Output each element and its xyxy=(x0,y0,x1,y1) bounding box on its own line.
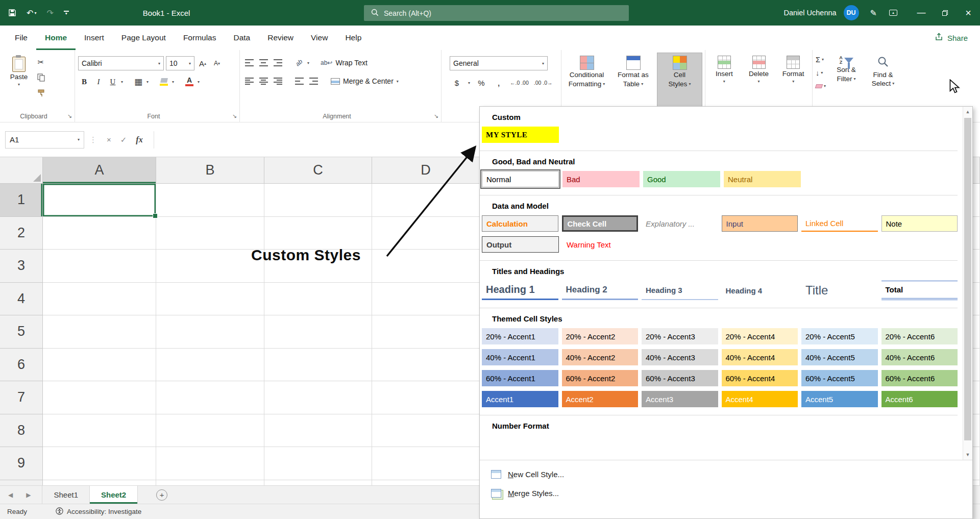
style-my-style[interactable]: MY STYLE xyxy=(482,127,559,143)
save-icon[interactable] xyxy=(8,9,16,17)
new-sheet-button[interactable]: + xyxy=(156,489,167,501)
minimize-button[interactable]: — xyxy=(910,0,933,26)
cell-a7[interactable] xyxy=(43,381,156,414)
style-60-accent5[interactable]: 60% - Accent5 xyxy=(801,370,878,386)
avatar[interactable]: DU xyxy=(844,5,859,20)
cell-a9[interactable] xyxy=(43,447,156,480)
tab-page-layout[interactable]: Page Layout xyxy=(113,26,175,50)
cell-c6[interactable] xyxy=(264,349,372,382)
middle-align-icon[interactable] xyxy=(257,57,270,69)
style-40-accent5[interactable]: 40% - Accent5 xyxy=(801,349,878,365)
undo-button[interactable]: ↶▾ xyxy=(27,8,36,18)
font-size-select[interactable]: 10▾ xyxy=(166,56,194,70)
clear-button[interactable]: ▾ xyxy=(816,81,826,91)
tab-help[interactable]: Help xyxy=(336,26,370,50)
style-20-accent2[interactable]: 20% - Accent2 xyxy=(562,328,639,344)
cell-a1[interactable] xyxy=(43,184,156,217)
conditional-formatting-button[interactable]: Conditional Formatting▾ xyxy=(565,53,609,110)
sheet-tab-sheet2[interactable]: Sheet2 xyxy=(90,486,138,504)
style-60-accent1[interactable]: 60% - Accent1 xyxy=(482,370,558,386)
style-note[interactable]: Note xyxy=(881,215,958,232)
cancel-entry-icon[interactable]: × xyxy=(107,135,111,144)
row-header-7[interactable]: 7 xyxy=(0,381,43,414)
style-heading-2[interactable]: Heading 2 xyxy=(562,281,639,300)
customize-quick-access-icon[interactable]: ▾ xyxy=(64,11,69,15)
style-heading-1[interactable]: Heading 1 xyxy=(482,281,558,300)
wrap-text-button[interactable]: ab↩ Wrap Text xyxy=(318,56,370,69)
cell-dx[interactable] xyxy=(372,480,480,486)
cell-c7[interactable] xyxy=(264,381,372,414)
delete-cells-button[interactable]: Delete ▾ xyxy=(743,53,775,110)
insert-cells-button[interactable]: Insert ▾ xyxy=(708,53,740,110)
increase-indent-icon[interactable] xyxy=(307,75,320,87)
cell-c8[interactable] xyxy=(264,414,372,448)
row-header-1[interactable]: 1 xyxy=(0,184,43,217)
style-title[interactable]: Title xyxy=(801,281,878,300)
cell-c5[interactable] xyxy=(264,315,372,349)
row-header-8[interactable]: 8 xyxy=(0,414,43,448)
cell-d4[interactable] xyxy=(372,283,480,316)
cell-d9[interactable] xyxy=(372,447,480,480)
fill-color-dropdown-icon[interactable]: ▾ xyxy=(172,80,174,84)
scroll-down-icon[interactable]: ▼ xyxy=(963,450,972,460)
style-40-accent4[interactable]: 40% - Accent4 xyxy=(722,349,798,365)
increase-font-size-button[interactable]: A▴ xyxy=(197,57,209,69)
align-left-icon[interactable] xyxy=(243,75,255,87)
format-as-table-button[interactable]: Format as Table▾ xyxy=(611,53,655,110)
tab-home[interactable]: Home xyxy=(36,26,76,50)
cell-b4[interactable] xyxy=(156,283,264,316)
style-40-accent3[interactable]: 40% - Accent3 xyxy=(642,349,718,365)
style-warning-text[interactable]: Warning Text xyxy=(562,236,640,253)
format-painter-button[interactable] xyxy=(35,87,47,99)
cell-a4[interactable] xyxy=(43,283,156,316)
cell-d7[interactable] xyxy=(372,381,480,414)
style-60-accent3[interactable]: 60% - Accent3 xyxy=(642,370,718,386)
formula-bar-splitter[interactable]: ⋮ xyxy=(89,135,97,144)
style-good[interactable]: Good xyxy=(643,171,720,187)
italic-button[interactable]: I xyxy=(92,76,105,88)
cell-b1[interactable] xyxy=(156,184,264,217)
style-accent1[interactable]: Accent1 xyxy=(482,391,558,407)
cell-b5[interactable] xyxy=(156,315,264,349)
cell-d5[interactable] xyxy=(372,315,480,349)
style-accent2[interactable]: Accent2 xyxy=(562,391,639,407)
cell-c9[interactable] xyxy=(264,447,372,480)
style-heading-3[interactable]: Heading 3 xyxy=(642,281,718,300)
top-align-icon[interactable] xyxy=(243,57,255,69)
cell-a2[interactable] xyxy=(43,217,156,250)
row-header-3[interactable]: 3 xyxy=(0,250,43,283)
decrease-indent-icon[interactable] xyxy=(293,75,305,87)
cell-b9[interactable] xyxy=(156,447,264,480)
cell-d1[interactable] xyxy=(372,184,480,217)
cell-c2[interactable] xyxy=(264,217,372,250)
user-name[interactable]: Daniel Uchenna xyxy=(783,9,836,17)
cell-b6[interactable] xyxy=(156,349,264,382)
style-40-accent2[interactable]: 40% - Accent2 xyxy=(562,349,639,365)
fill-button[interactable]: ↓▾ xyxy=(816,67,826,78)
style-20-accent5[interactable]: 20% - Accent5 xyxy=(801,328,878,344)
merge-center-button[interactable]: Merge & Center ▾ xyxy=(329,75,401,88)
accounting-format-button[interactable]: $ xyxy=(451,77,463,89)
font-color-dropdown-icon[interactable]: ▾ xyxy=(198,80,200,84)
select-all-corner[interactable] xyxy=(0,157,43,184)
alignment-dialog-launcher[interactable]: ↘ xyxy=(434,113,438,119)
style-neutral[interactable]: Neutral xyxy=(724,171,801,187)
ribbon-display-options-icon[interactable]: ▴ xyxy=(889,10,897,16)
borders-button[interactable]: ▦ xyxy=(132,76,144,88)
style-input[interactable]: Input xyxy=(722,215,798,232)
column-header-b[interactable]: B xyxy=(156,157,264,184)
paste-button[interactable]: Paste ▾ xyxy=(3,54,35,110)
menu-scrollbar[interactable]: ▲ ▼ xyxy=(963,107,972,460)
underline-button[interactable]: U xyxy=(107,76,119,88)
find-select-button[interactable]: Find & Select▾ xyxy=(867,53,899,110)
increase-decimal-button[interactable]: ←.0 .00 xyxy=(510,77,529,89)
cell-bx[interactable] xyxy=(156,480,264,486)
style-accent5[interactable]: Accent5 xyxy=(801,391,878,407)
copy-button[interactable] xyxy=(35,71,47,84)
decrease-decimal-button[interactable]: .00 .0→ xyxy=(534,77,553,89)
bottom-align-icon[interactable] xyxy=(272,57,284,69)
cell-d3[interactable] xyxy=(372,250,480,283)
column-header-c[interactable]: C xyxy=(264,157,372,184)
row-header-overflow[interactable] xyxy=(0,480,43,486)
tab-data[interactable]: Data xyxy=(225,26,259,50)
